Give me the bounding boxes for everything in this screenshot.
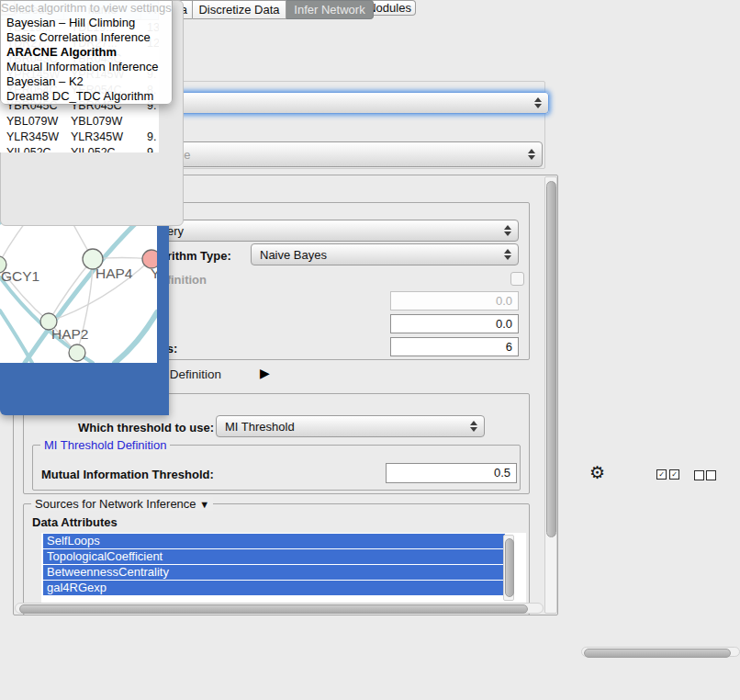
table-row[interactable]: YBL079WYBL079W — [0, 114, 159, 130]
mi-threshold-definition-title: MI Threshold Definition — [40, 438, 170, 452]
node-label: HAP2 — [51, 326, 89, 342]
table-cell — [141, 114, 159, 130]
combo-arrows-icon — [470, 421, 477, 432]
deselect-all-icon-2[interactable] — [706, 470, 716, 480]
combo-arrows-icon — [504, 225, 511, 236]
settings-scrollbar-horizontal[interactable] — [15, 603, 544, 614]
algorithm-option[interactable]: Mutual Information Inference — [1, 60, 172, 74]
select-all-icon-2[interactable]: ✓ — [669, 469, 679, 480]
attribute-list-item[interactable]: gal4RGexp — [43, 581, 505, 595]
sources-title-text: Sources for Network Inference — [35, 497, 196, 511]
algorithm-option[interactable]: Dream8 DC_TDC Algorithm — [1, 89, 172, 104]
mi-threshold-field[interactable]: 0.5 — [386, 463, 517, 483]
tab-discretize-label: Discretize Data — [198, 3, 279, 17]
table-cell: 9. — [141, 145, 159, 152]
mi-steps-field[interactable]: 6 — [390, 337, 519, 356]
expander-arrow-icon[interactable]: ▶ — [260, 366, 270, 380]
attribute-list-item[interactable]: BetweennessCentrality — [43, 565, 505, 580]
table-cell: YLR345W — [64, 130, 141, 145]
table-row[interactable]: YIL052CYIL052C9. — [0, 145, 159, 152]
network-node[interactable] — [69, 344, 85, 361]
network-edge[interactable] — [115, 312, 157, 363]
expander-down-icon[interactable]: ▼ — [199, 499, 209, 510]
algorithm-option[interactable]: Bayesian – K2 — [1, 74, 172, 89]
sources-group-title: Sources for Network Inference ▼ — [31, 497, 213, 511]
mi-threshold-label: Mutual Information Threshold: — [41, 468, 214, 481]
algorithm-popup-placeholder: Select algorithm to view settings — [1, 1, 172, 16]
mi-type-value: Naive Bayes — [260, 248, 327, 262]
manual-kernel-checkbox[interactable] — [510, 272, 524, 286]
data-attributes-label: Data Attributes — [32, 515, 118, 529]
attribute-list-item[interactable]: SelfLoops — [43, 534, 505, 548]
algorithm-option[interactable]: Bayesian – Hill Climbing — [1, 16, 172, 30]
node-label: GCY1 — [1, 268, 39, 284]
tab-infer-label: Infer Network — [294, 3, 364, 17]
network-edge[interactable] — [49, 259, 93, 322]
settings-hscrollbar-thumb[interactable] — [19, 604, 528, 614]
table-cell: YBL079W — [64, 114, 141, 130]
which-threshold-label: Which threshold to use: — [78, 421, 214, 435]
algorithm-dropdown-popup: Select algorithm to view settings Bayesi… — [0, 0, 173, 105]
which-threshold-value: MI Threshold — [225, 420, 295, 434]
dpi-tolerance-field[interactable]: 0.0 — [390, 314, 519, 333]
table-cell: YBL079W — [0, 114, 64, 130]
table-hscrollbar-thumb[interactable] — [584, 649, 731, 658]
tab-infer-network[interactable]: Infer Network — [286, 0, 374, 19]
table-cell: YIL052C — [0, 145, 64, 152]
algorithm-option[interactable]: ARACNE Algorithm — [1, 45, 172, 60]
data-attributes-list[interactable]: SelfLoopsTopologicalCoefficientBetweenne… — [41, 533, 526, 603]
algorithm-option[interactable]: Basic Correlation Inference — [1, 30, 172, 45]
attribute-list-item[interactable]: TopologicalCoefficient — [43, 549, 505, 564]
gear-icon[interactable]: ⚙ — [589, 462, 605, 483]
attributes-scrollbar[interactable] — [503, 535, 514, 601]
table-row[interactable]: YLR345WYLR345W9. — [0, 130, 159, 145]
combo-arrows-icon — [534, 97, 542, 108]
select-all-icon[interactable]: ✓ — [656, 469, 667, 480]
network-edge[interactable] — [0, 310, 32, 363]
combo-arrows-icon — [528, 149, 535, 160]
node-label: HAP4 — [95, 265, 133, 281]
table-cell: 9. — [141, 130, 159, 145]
network-edge[interactable] — [25, 208, 153, 363]
table-cell: YIL052C — [64, 145, 141, 152]
table-cell: YLR345W — [0, 130, 64, 145]
settings-scrollbar-thumb[interactable] — [546, 181, 556, 537]
tab-discretize-data[interactable]: Discretize Data — [193, 0, 286, 19]
attributes-scrollbar-thumb[interactable] — [505, 538, 514, 597]
table-scrollbar-horizontal[interactable] — [581, 647, 740, 657]
settings-scrollbar-vertical[interactable] — [544, 176, 557, 614]
node-label: Y — [151, 265, 157, 281]
combo-arrows-icon — [504, 249, 511, 260]
which-threshold-combo[interactable]: MI Threshold — [216, 415, 485, 437]
deselect-all-icon[interactable] — [694, 470, 704, 480]
mi-algorithm-type-combo[interactable]: Naive Bayes — [251, 243, 519, 265]
kernel-width-field[interactable]: 0.0 — [390, 291, 519, 310]
